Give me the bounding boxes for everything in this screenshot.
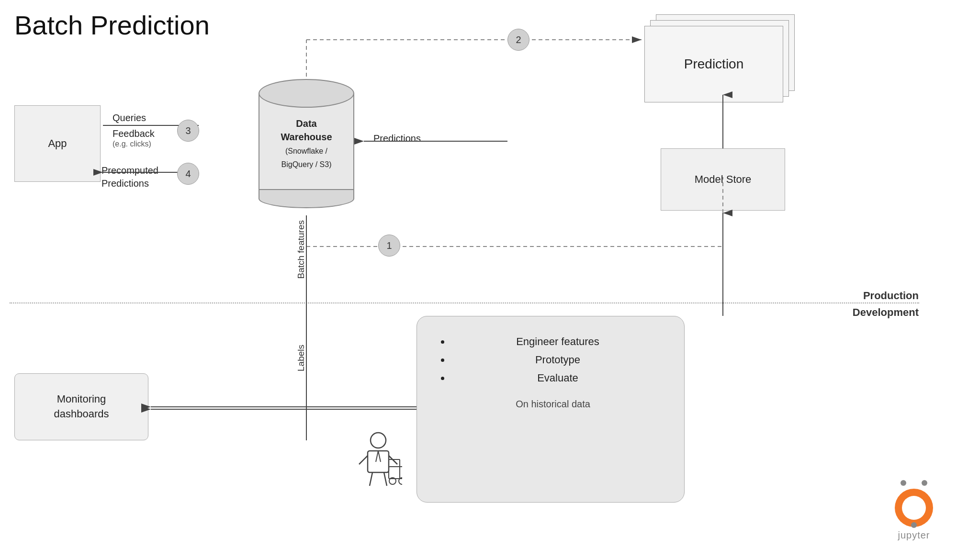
svg-point-22 (371, 433, 386, 448)
precomputed-label: Precomputed (101, 165, 158, 176)
data-warehouse: Data Warehouse (Snowflake /BigQuery / S3… (254, 74, 359, 213)
predictions-arrow-label: Predictions (373, 133, 421, 144)
development-label: Development (853, 306, 919, 319)
dev-bullet-list: Engineer features Prototype Evaluate (436, 336, 665, 384)
step-circle-1: 1 (378, 235, 400, 257)
dev-subtitle: On historical data (441, 399, 665, 410)
svg-line-26 (370, 472, 372, 486)
monitoring-box: Monitoringdashboards (14, 373, 148, 440)
svg-line-34 (378, 451, 381, 462)
predictions-label-2: Predictions (101, 178, 149, 189)
svg-line-24 (359, 456, 368, 464)
bullet-evaluate: Evaluate (450, 372, 665, 384)
dev-box: Engineer features Prototype Evaluate On … (417, 316, 685, 503)
svg-rect-23 (368, 451, 389, 472)
svg-line-27 (384, 472, 387, 486)
app-box: App (14, 105, 101, 182)
bullet-engineer: Engineer features (450, 336, 665, 348)
production-label: Production (863, 290, 919, 302)
svg-line-33 (376, 451, 378, 462)
batch-features-label: Batch features (296, 220, 306, 281)
prediction-stack: Prediction (642, 14, 795, 110)
jupyter-logo: jupyter (890, 480, 938, 541)
feedback-sub-label: (e.g. clicks) (113, 140, 151, 148)
bullet-prototype: Prototype (450, 354, 665, 366)
labels-label: Labels (296, 345, 306, 373)
step-circle-2: 2 (507, 29, 529, 51)
step-circle-3: 3 (177, 120, 199, 142)
divider-line (10, 302, 919, 303)
feedback-label: Feedback (113, 128, 155, 139)
person-icon (354, 431, 402, 490)
model-store-box: Model Store (661, 148, 785, 211)
queries-label: Queries (113, 112, 146, 123)
page-title: Batch Prediction (14, 10, 210, 41)
step-circle-4: 4 (177, 163, 199, 185)
